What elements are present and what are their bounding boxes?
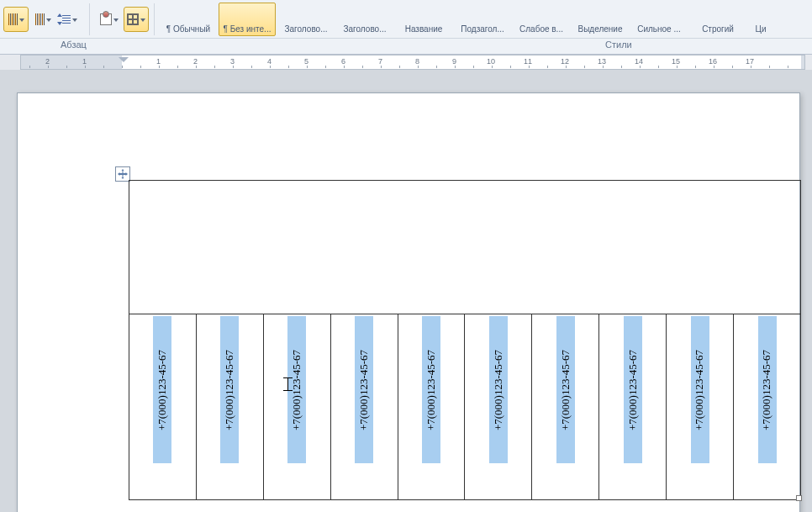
document-table[interactable]: +7(000)123-45-67+7(000)123-45-67+7(000)1… — [129, 180, 801, 500]
phone-text: +7(000)123-45-67 — [223, 349, 236, 430]
phone-text: +7(000)123-45-67 — [626, 349, 640, 430]
ruler-tick: 8 — [415, 57, 419, 66]
phone-text: +7(000)123-45-67 — [424, 349, 438, 430]
phone-highlight[interactable]: +7(000)123-45-67 — [758, 316, 777, 463]
style-heading-2[interactable]: Заголово... — [336, 3, 393, 36]
ruler-tick: 14 — [635, 57, 643, 66]
style-label: Выделение — [573, 24, 627, 34]
table-phone-cell[interactable]: +7(000)123-45-67 — [263, 314, 330, 500]
style-no-spacing[interactable]: ¶ Без инте... — [219, 3, 276, 36]
paragraph-group — [0, 3, 149, 35]
ruler-tick: 11 — [524, 57, 532, 66]
style-label: Заголово... — [338, 24, 392, 34]
style-label: Слабое в... — [514, 24, 568, 34]
ruler-tick: 3 — [230, 57, 235, 66]
phone-highlight[interactable]: +7(000)123-45-67 — [220, 316, 239, 463]
style-intense-emphasis[interactable]: Сильное ... — [630, 3, 688, 36]
ruler-tick: 6 — [341, 57, 345, 66]
group-separator — [154, 3, 155, 35]
table-phone-cell[interactable]: +7(000)123-45-67 — [196, 314, 263, 500]
ruler-ticks: 121234567891011121314151617 — [21, 55, 804, 69]
table-phone-cell[interactable]: +7(000)123-45-67 — [667, 314, 734, 500]
ruler-tick: 1 — [82, 57, 87, 66]
ruler-tick: 1 — [156, 57, 161, 66]
separator — [89, 3, 90, 35]
ruler-row: 121234567891011121314151617 — [0, 55, 812, 70]
fill-color-button[interactable] — [97, 7, 122, 32]
ruler-tick: 17 — [746, 57, 754, 66]
phone-highlight[interactable]: +7(000)123-45-67 — [624, 316, 642, 463]
phone-highlight[interactable]: +7(000)123-45-67 — [489, 316, 508, 463]
ribbon-group-labels: Абзац Стили — [0, 39, 812, 55]
style-normal[interactable]: ¶ Обычный — [160, 3, 217, 36]
shading-alt-button[interactable] — [30, 7, 55, 32]
table-phone-cell[interactable]: +7(000)123-45-67 — [465, 314, 532, 500]
phone-text: +7(000)123-45-67 — [559, 349, 572, 430]
ruler-tick: 5 — [304, 57, 308, 66]
ruler-tick: 4 — [267, 57, 272, 66]
ruler-tick: 10 — [487, 57, 495, 66]
style-label: Заголово... — [279, 24, 333, 34]
line-spacing-button[interactable] — [57, 7, 82, 32]
horizontal-ruler[interactable]: 121234567891011121314151617 — [20, 55, 805, 70]
table-header-row[interactable] — [129, 181, 801, 314]
style-label: ¶ Обычный — [161, 24, 215, 34]
document-viewport: +7(000)123-45-67+7(000)123-45-67+7(000)1… — [0, 70, 812, 512]
style-label: ¶ Без инте... — [220, 24, 274, 34]
phone-highlight[interactable]: +7(000)123-45-67 — [691, 316, 709, 463]
table-resize-handle[interactable] — [796, 495, 802, 501]
style-label: Название — [397, 24, 451, 34]
table-phone-row[interactable]: +7(000)123-45-67+7(000)123-45-67+7(000)1… — [129, 314, 801, 500]
style-heading-1[interactable]: Заголово... — [277, 3, 335, 36]
style-label: Строгий — [691, 24, 745, 34]
phone-highlight[interactable]: +7(000)123-45-67 — [422, 316, 440, 463]
style-quote[interactable]: Ци — [748, 3, 773, 36]
document-page[interactable]: +7(000)123-45-67+7(000)123-45-67+7(000)1… — [17, 92, 800, 512]
phone-text: +7(000)123-45-67 — [693, 349, 707, 430]
phone-text: +7(000)123-45-67 — [357, 349, 371, 430]
table-phone-cell[interactable]: +7(000)123-45-67 — [398, 314, 465, 500]
ruler-tick: 16 — [709, 57, 717, 66]
shading-button[interactable] — [3, 7, 29, 32]
table-header-cell[interactable] — [129, 181, 801, 314]
phone-highlight[interactable]: +7(000)123-45-67 — [556, 316, 575, 463]
style-label: Ци — [748, 24, 773, 34]
style-title[interactable]: Название — [395, 3, 452, 36]
ruler-tick: 2 — [45, 57, 50, 66]
table-phone-cell[interactable]: +7(000)123-45-67 — [129, 314, 197, 500]
phone-text: +7(000)123-45-67 — [156, 349, 169, 430]
ruler-corner — [0, 55, 20, 70]
ruler-tick: 12 — [561, 57, 569, 66]
ruler-tick: 13 — [598, 57, 606, 66]
table-phone-cell[interactable]: +7(000)123-45-67 — [734, 314, 801, 500]
phone-text: +7(000)123-45-67 — [492, 349, 505, 430]
style-label: Подзагол... — [456, 24, 509, 34]
ruler-tick: 2 — [193, 57, 198, 66]
table-phone-cell[interactable]: +7(000)123-45-67 — [330, 314, 398, 500]
style-subtle-emphasis[interactable]: Слабое в... — [513, 3, 570, 36]
ribbon: ¶ Обычный ¶ Без инте... Заголово... Заго… — [0, 0, 812, 39]
style-subtitle[interactable]: Подзагол... — [454, 3, 511, 36]
style-strong[interactable]: Строгий — [689, 3, 746, 36]
borders-button[interactable] — [124, 7, 149, 32]
ruler-tick: 9 — [452, 57, 456, 66]
table-phone-cell[interactable]: +7(000)123-45-67 — [599, 314, 667, 500]
style-label: Сильное ... — [632, 24, 686, 34]
phone-highlight[interactable]: +7(000)123-45-67 — [355, 316, 373, 463]
paragraph-group-label: Абзац — [61, 40, 87, 50]
ruler-tick: 7 — [378, 57, 382, 66]
style-emphasis[interactable]: Выделение — [572, 3, 629, 36]
phone-text: +7(000)123-45-67 — [761, 349, 774, 430]
phone-highlight[interactable]: +7(000)123-45-67 — [153, 316, 171, 463]
table-phone-cell[interactable]: +7(000)123-45-67 — [532, 314, 599, 500]
move-icon — [118, 169, 128, 179]
phone-text: +7(000)123-45-67 — [290, 349, 303, 430]
ruler-tick: 15 — [672, 57, 680, 66]
styles-gallery[interactable]: ¶ Обычный ¶ Без инте... Заголово... Заго… — [160, 1, 773, 38]
styles-group-label: Стили — [605, 40, 632, 50]
phone-highlight[interactable]: +7(000)123-45-67 — [287, 316, 306, 463]
